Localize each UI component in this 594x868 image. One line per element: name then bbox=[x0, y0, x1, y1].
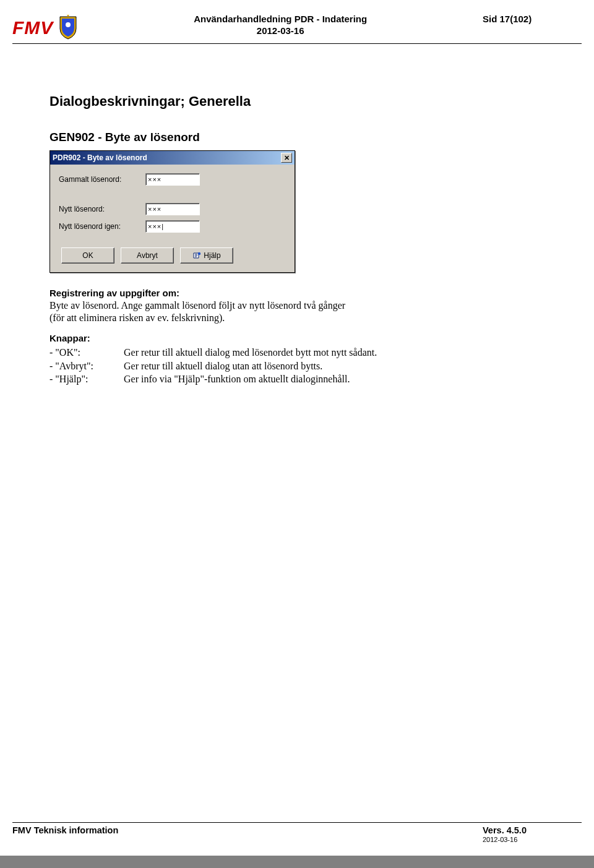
help-button[interactable]: Hjälp bbox=[180, 247, 233, 264]
org-logo: FMV bbox=[12, 16, 78, 40]
dialog-titlebar: PDR902 - Byte av lösenord ✕ bbox=[50, 151, 295, 165]
org-logo-text: FMV bbox=[12, 17, 53, 38]
footer-version: Vers. 4.5.0 bbox=[483, 825, 582, 835]
page-header: FMV Användarhandledning PDR - Indatering… bbox=[12, 12, 582, 40]
org-crest-icon bbox=[58, 15, 78, 40]
help-icon bbox=[192, 251, 201, 260]
footer-rule bbox=[12, 822, 582, 823]
document-page: FMV Användarhandledning PDR - Indatering… bbox=[0, 0, 594, 856]
registration-heading: Registrering av uppgifter om: bbox=[50, 288, 544, 298]
button-desc-row: - "OK": Ger retur till aktuell dialog me… bbox=[50, 346, 544, 359]
button-desc-key: - "OK": bbox=[50, 346, 124, 359]
button-desc-val: Ger retur till aktuell dialog med löseno… bbox=[124, 346, 544, 359]
dialog-title: PDR902 - Byte av lösenord bbox=[53, 153, 281, 162]
help-button-label: Hjälp bbox=[204, 251, 220, 260]
old-password-label: Gammalt lösenord: bbox=[59, 175, 145, 184]
doc-date: 2012-03-16 bbox=[78, 25, 483, 36]
buttons-heading: Knappar: bbox=[50, 333, 544, 343]
close-glyph: ✕ bbox=[284, 155, 290, 161]
dialog-button-row: OK Avbryt Hjälp bbox=[61, 247, 286, 264]
repeat-password-input[interactable]: ×××| bbox=[145, 220, 200, 233]
new-password-input[interactable]: ××× bbox=[145, 203, 200, 215]
footer-date: 2012-03-16 bbox=[483, 836, 582, 843]
dialog-window: PDR902 - Byte av lösenord ✕ Gammalt löse… bbox=[50, 150, 295, 273]
button-desc-key: - "Hjälp": bbox=[50, 372, 124, 386]
svg-point-0 bbox=[66, 22, 71, 27]
old-password-input[interactable]: ××× bbox=[145, 173, 200, 186]
button-desc-val: Ger info via "Hjälp"-funktion om aktuell… bbox=[124, 372, 544, 386]
doc-title: Användarhandledning PDR - Indatering bbox=[78, 14, 483, 24]
cancel-button[interactable]: Avbryt bbox=[121, 247, 174, 264]
button-desc-key: - "Avbryt": bbox=[50, 359, 124, 373]
section-heading: Dialogbeskrivningar; Generella bbox=[50, 93, 544, 110]
field-row-again: Nytt lösenord igen: ×××| bbox=[59, 220, 286, 233]
field-row-old: Gammalt lösenord: ××× bbox=[59, 173, 286, 186]
ok-button[interactable]: OK bbox=[61, 247, 114, 264]
footer-left: FMV Teknisk information bbox=[12, 825, 483, 843]
footer-right: Vers. 4.5.0 2012-03-16 bbox=[483, 825, 582, 843]
subsection-heading: GEN902 - Byte av lösenord bbox=[50, 131, 544, 144]
registration-line2: (för att eliminera risken av ev. felskri… bbox=[50, 312, 544, 324]
page-footer: FMV Teknisk information Vers. 4.5.0 2012… bbox=[12, 819, 582, 843]
repeat-password-label: Nytt lösenord igen: bbox=[59, 222, 145, 231]
button-desc-row: - "Hjälp": Ger info via "Hjälp"-funktion… bbox=[50, 372, 544, 386]
cancel-button-label: Avbryt bbox=[137, 251, 158, 260]
close-icon[interactable]: ✕ bbox=[281, 153, 292, 163]
ok-button-label: OK bbox=[82, 251, 93, 260]
svg-point-1 bbox=[198, 252, 200, 255]
header-center: Användarhandledning PDR - Indatering 201… bbox=[78, 12, 483, 36]
registration-line1: Byte av lösenord. Ange gammalt lösenord … bbox=[50, 299, 544, 312]
page-content: Dialogbeskrivningar; Generella GEN902 - … bbox=[12, 44, 582, 386]
field-row-new: Nytt lösenord: ××× bbox=[59, 203, 286, 215]
footer-row: FMV Teknisk information Vers. 4.5.0 2012… bbox=[12, 825, 582, 843]
dialog-body: Gammalt lösenord: ××× Nytt lösenord: ×××… bbox=[50, 165, 295, 272]
button-desc-row: - "Avbryt": Ger retur till aktuell dialo… bbox=[50, 359, 544, 373]
page-number: Sid 17(102) bbox=[483, 14, 582, 24]
button-desc-val: Ger retur till aktuell dialog utan att l… bbox=[124, 359, 544, 373]
new-password-label: Nytt lösenord: bbox=[59, 205, 145, 213]
